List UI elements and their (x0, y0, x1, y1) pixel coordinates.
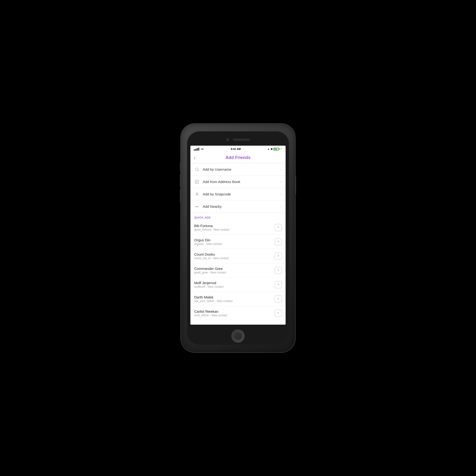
volume-down-button[interactable] (180, 189, 181, 202)
bluetooth-icon: ✱ (271, 148, 272, 151)
contact-item-bib-fortuna[interactable]: Bib Fortuna good_fortuna - New contact + (190, 221, 286, 235)
contact-sub: good_gree - New contact (194, 271, 275, 274)
signal-strength (194, 148, 204, 151)
contact-sub: good_fortuna - New contact (194, 228, 275, 231)
phone-frame: 9:41 AM ▲ ✱ ⚡ ‹ Add Friends (181, 124, 295, 352)
quick-add-title: QUICK ADD (194, 216, 211, 219)
contact-item-commander-gree[interactable]: Commander Gree good_gree - New contact + (190, 263, 286, 277)
add-contact-button[interactable]: + (275, 267, 282, 274)
page-title: Add Friends (225, 155, 250, 160)
add-by-username-label: Add by Username (203, 167, 281, 171)
back-button[interactable]: ‹ (194, 155, 195, 160)
camera (226, 138, 229, 141)
add-contact-button[interactable]: + (275, 310, 282, 317)
home-button[interactable] (232, 330, 244, 342)
add-contact-button[interactable]: + (275, 224, 282, 231)
home-button-inner (234, 332, 242, 340)
add-contact-button[interactable]: + (275, 238, 282, 245)
contact-name: Bib Fortuna (194, 224, 275, 228)
location-arrow-icon: ▲ (268, 148, 270, 150)
svg-line-1 (198, 170, 199, 171)
svg-point-10 (197, 193, 198, 194)
lightning-icon: ⚡ (280, 148, 282, 150)
snapcode-icon (194, 191, 200, 197)
phone-inner: 9:41 AM ▲ ✱ ⚡ ‹ Add Friends (187, 131, 289, 345)
contact-name: Count Dooku (194, 252, 275, 256)
contact-info-bib-fortuna: Bib Fortuna good_fortuna - New contact (194, 224, 275, 231)
svg-rect-7 (195, 182, 196, 182)
add-contact-button[interactable]: + (275, 281, 282, 288)
home-button-area (187, 327, 289, 345)
contact-item-moff-jerjerrod[interactable]: Moff Jerjerrod moffmoff - New contact + (190, 277, 286, 292)
speaker (233, 139, 250, 141)
battery-fill (274, 148, 277, 150)
chevron-right-icon-3: › (281, 192, 282, 196)
contact-sub: cmd_officer - New contact (194, 314, 275, 317)
quick-add-section-header: QUICK ADD (190, 213, 286, 221)
status-time: 9:41 AM (231, 148, 241, 151)
add-from-address-book-item[interactable]: Add from Address Book › (190, 176, 286, 188)
status-right-group: ▲ ✱ ⚡ (268, 148, 282, 151)
contact-info-darth-malek: Darth Malek not_your_father - New contac… (194, 295, 275, 303)
contact-info-moff-jerjerrod: Moff Jerjerrod moffmoff - New contact (194, 281, 275, 289)
nearby-wifi-icon (194, 204, 200, 209)
power-button[interactable] (295, 176, 296, 194)
chevron-right-icon-2: › (281, 180, 282, 184)
add-contact-button[interactable]: + (275, 253, 282, 260)
signal-dot-3 (196, 149, 197, 151)
contact-name: Orgus Din (194, 238, 275, 242)
signal-dot-4 (197, 148, 198, 151)
add-by-snapcode-item[interactable]: Add by Snapcode › (190, 188, 286, 200)
contact-item-carlist-rieekan[interactable]: Carlist Rieekan cmd_officer - New contac… (190, 306, 286, 320)
top-hardware-bar (187, 131, 289, 146)
add-by-snapcode-label: Add by Snapcode (203, 192, 281, 196)
contact-item-darth-malek[interactable]: Darth Malek not_your_father - New contac… (190, 292, 286, 306)
contact-info-count-dooku: Count Dooku count_me_in - New contact (194, 252, 275, 260)
add-from-address-book-label: Add from Address Book (203, 180, 281, 184)
contact-sub: orgusto - New contact (194, 242, 275, 246)
add-nearby-label: Add Nearby (203, 204, 281, 208)
status-bar: 9:41 AM ▲ ✱ ⚡ (190, 146, 286, 152)
screen: 9:41 AM ▲ ✱ ⚡ ‹ Add Friends (190, 146, 286, 325)
contact-item-count-dooku[interactable]: Count Dooku count_me_in - New contact + (190, 249, 286, 263)
contact-info-orgus-din: Orgus Din orgusto - New contact (194, 238, 275, 246)
battery-indicator (273, 148, 279, 151)
chevron-right-icon-4: › (281, 204, 282, 209)
add-contact-button[interactable]: + (275, 295, 282, 303)
contact-sub: moffmoff - New contact (194, 285, 275, 289)
signal-dots (194, 148, 204, 151)
address-book-icon (194, 179, 200, 185)
svg-rect-6 (195, 181, 196, 181)
signal-dot-2 (195, 149, 196, 151)
contact-item-orgus-din[interactable]: Orgus Din orgusto - New contact + (190, 235, 286, 249)
search-icon (194, 167, 200, 172)
contact-name: Carlist Rieekan (194, 309, 275, 313)
contact-name: Moff Jerjerrod (194, 281, 275, 285)
contact-info-carlist-rieekan: Carlist Rieekan cmd_officer - New contac… (194, 309, 275, 317)
add-by-username-item[interactable]: Add by Username › (190, 163, 286, 176)
contact-sub: count_me_in - New contact (194, 256, 275, 260)
svg-rect-8 (195, 183, 196, 183)
contact-name: Darth Malek (194, 295, 275, 299)
nav-bar: ‹ Add Friends (190, 152, 286, 163)
quick-add-contacts-list: Bib Fortuna good_fortuna - New contact +… (190, 221, 286, 325)
signal-dot-1 (194, 150, 194, 151)
add-options-list: Add by Username › (190, 163, 286, 213)
contact-name: Commander Gree (194, 267, 275, 271)
add-nearby-item[interactable]: Add Nearby › (190, 200, 286, 213)
contact-sub: not_your_father - New contact (194, 299, 275, 303)
volume-up-button[interactable] (180, 174, 181, 187)
signal-dot-5 (199, 148, 199, 151)
wifi-icon (201, 148, 204, 151)
chevron-right-icon: › (281, 167, 282, 171)
contact-info-commander-gree: Commander Gree good_gree - New contact (194, 267, 275, 274)
